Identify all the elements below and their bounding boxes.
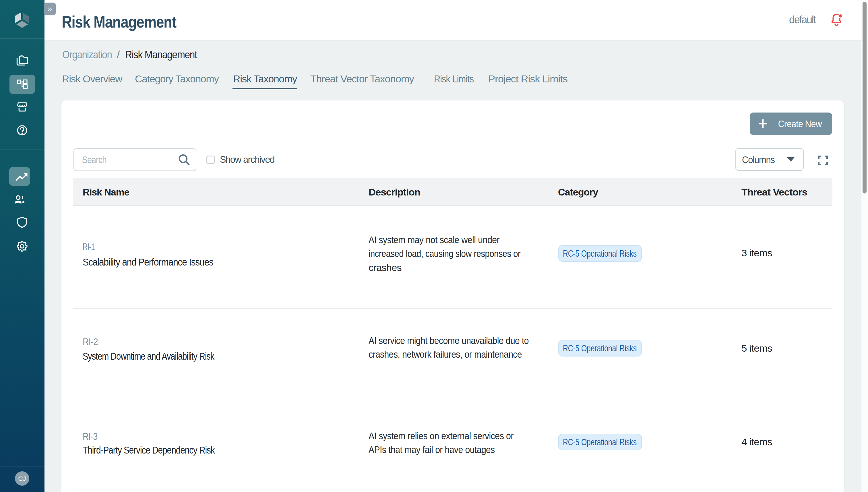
svg-text:CJ: CJ xyxy=(18,475,26,482)
